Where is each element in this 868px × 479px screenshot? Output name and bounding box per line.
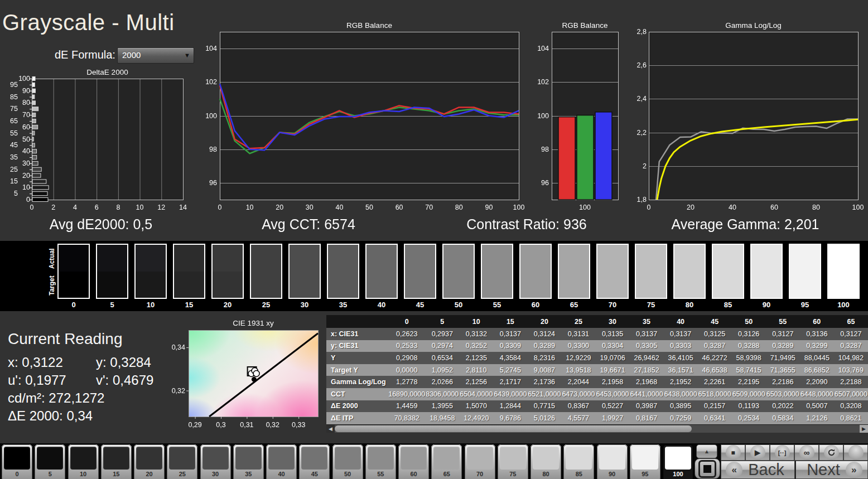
pattern-button-65[interactable]: 65 bbox=[431, 444, 462, 479]
pattern-button-10[interactable]: 10 bbox=[68, 444, 99, 479]
next-button[interactable]: Next » bbox=[795, 461, 868, 479]
refresh-button[interactable] bbox=[819, 444, 843, 461]
de-formula-dropdown[interactable]: 2000 ▼ bbox=[117, 47, 194, 64]
pattern-label: 35 bbox=[233, 471, 264, 477]
swatch-target bbox=[520, 272, 551, 298]
table-cell: 5,2745 bbox=[493, 364, 527, 376]
stop-pattern-button[interactable] bbox=[695, 458, 720, 479]
table-cell: 6503,0000 bbox=[766, 388, 800, 400]
swatch-label: 50 bbox=[441, 301, 476, 309]
pattern-button-100[interactable]: 100 bbox=[663, 444, 693, 479]
table-cell: 2,2044 bbox=[561, 376, 595, 388]
table-cell: 6439,0000 bbox=[493, 388, 527, 400]
indicator-button[interactable] bbox=[843, 444, 868, 461]
table-cell: 86,6852 bbox=[800, 364, 834, 376]
table-cell: 1,2844 bbox=[493, 400, 527, 413]
pattern-button-80[interactable]: 80 bbox=[531, 444, 561, 479]
table-cell: 6438,0000 bbox=[664, 388, 698, 400]
pattern-patch bbox=[632, 447, 658, 470]
table-cell: 0,0000 bbox=[388, 364, 425, 376]
pattern-button-50[interactable]: 50 bbox=[332, 444, 363, 479]
reading-u: u': 0,1977 bbox=[8, 372, 66, 388]
bracket-range-icon: [··] bbox=[775, 445, 790, 460]
swatch-label: 5 bbox=[95, 301, 129, 309]
table-cell: 6518,0000 bbox=[698, 388, 732, 400]
pattern-button-90[interactable]: 90 bbox=[597, 444, 628, 479]
table-cell: 2,0266 bbox=[425, 376, 459, 388]
table-cell: 2,1256 bbox=[459, 376, 493, 388]
swatch-40 bbox=[365, 244, 398, 299]
table-cell: 0,3136 bbox=[800, 328, 834, 340]
table-cell: 1,2126 bbox=[800, 412, 834, 424]
pattern-label: 90 bbox=[597, 471, 628, 477]
pattern-button-75[interactable]: 75 bbox=[498, 444, 528, 479]
pattern-button-70[interactable]: 70 bbox=[465, 444, 495, 479]
pattern-button-85[interactable]: 85 bbox=[563, 444, 594, 479]
table-col-header: 50 bbox=[732, 315, 766, 328]
pattern-button-45[interactable]: 45 bbox=[299, 444, 330, 479]
swatch-5 bbox=[96, 244, 128, 299]
swatch-label: 75 bbox=[634, 301, 668, 309]
pattern-label: 70 bbox=[465, 471, 495, 477]
swatch-target bbox=[597, 272, 628, 298]
play-button[interactable]: ▶ bbox=[745, 444, 770, 461]
swatch-target bbox=[790, 272, 820, 298]
pattern-label: 80 bbox=[531, 471, 561, 477]
table-col-header: 35 bbox=[630, 315, 664, 328]
pattern-button-0[interactable]: 0 bbox=[2, 444, 32, 479]
table-cell: 0,3125 bbox=[698, 328, 732, 340]
pattern-button-35[interactable]: 35 bbox=[233, 444, 264, 479]
table-row: CCT16890,00008306,00006504,00006439,0000… bbox=[326, 388, 868, 400]
swatch-label: 60 bbox=[518, 301, 553, 309]
table-cell: 0,3208 bbox=[834, 400, 868, 413]
range-button[interactable]: [··] bbox=[770, 444, 794, 461]
table-cell: 8,2316 bbox=[527, 352, 561, 364]
table-cell: 0,3127 bbox=[766, 328, 800, 340]
pattern-button-55[interactable]: 55 bbox=[365, 444, 396, 479]
swatch-95 bbox=[789, 244, 821, 299]
pattern-button-25[interactable]: 25 bbox=[167, 444, 197, 479]
table-row-label: ΔE ITP bbox=[326, 412, 388, 424]
scroll-up-button[interactable]: ▲ bbox=[696, 444, 717, 458]
swatch-100 bbox=[827, 244, 860, 299]
pattern-button-40[interactable]: 40 bbox=[266, 444, 297, 479]
stat-avg-de2000: Avg dE2000: 0,5 bbox=[0, 216, 202, 233]
pattern-label: 10 bbox=[68, 471, 99, 477]
table-row: Gamma Log/Log1,27782,02662,12562,17172,1… bbox=[326, 376, 868, 388]
stat-avg-cct: Avg CCT: 6574 bbox=[208, 216, 409, 233]
pattern-button-20[interactable]: 20 bbox=[134, 444, 165, 479]
swatch-50 bbox=[442, 244, 475, 299]
table-cell: 0,2974 bbox=[425, 340, 459, 352]
table-col-header: 0 bbox=[388, 315, 425, 328]
scroll-right-icon[interactable]: ▶ bbox=[860, 425, 868, 433]
table-cell: 0,3124 bbox=[527, 328, 561, 340]
swatch-target bbox=[828, 272, 859, 298]
table-cell: 2,8110 bbox=[459, 364, 493, 376]
table-cell: 19,6671 bbox=[595, 364, 629, 376]
swatch-label: 25 bbox=[249, 301, 283, 309]
pattern-button-60[interactable]: 60 bbox=[398, 444, 429, 479]
pattern-label: 95 bbox=[630, 471, 660, 477]
pattern-button-5[interactable]: 5 bbox=[35, 444, 65, 479]
table-cell: 58,9398 bbox=[732, 352, 766, 364]
swatch-actual bbox=[136, 245, 166, 272]
stat-avg-gamma: Average Gamma: 2,201 bbox=[644, 216, 846, 233]
table-scrollbar[interactable]: ◀ ▶ bbox=[326, 425, 868, 433]
current-reading-heading: Current Reading bbox=[8, 330, 122, 348]
swatch-label: 85 bbox=[711, 301, 745, 309]
table-cell: 0,3895 bbox=[664, 400, 698, 413]
next-chevron-icon: » bbox=[846, 462, 862, 478]
pattern-button-95[interactable]: 95 bbox=[630, 444, 660, 479]
swatch-label: 65 bbox=[557, 301, 591, 309]
table-col-header: 65 bbox=[834, 315, 868, 328]
pattern-button-30[interactable]: 30 bbox=[200, 444, 231, 479]
scroll-left-icon[interactable]: ◀ bbox=[326, 425, 335, 433]
scrollbar-thumb[interactable] bbox=[335, 425, 692, 432]
pattern-button-15[interactable]: 15 bbox=[101, 444, 132, 479]
table-row: Target Y0,00001,09522,81105,27459,008713… bbox=[326, 364, 868, 376]
swatch-60 bbox=[519, 244, 552, 299]
stop-button[interactable]: ■ bbox=[721, 444, 745, 461]
table-col-header: 45 bbox=[698, 315, 732, 328]
back-button[interactable]: « Back bbox=[721, 461, 795, 479]
continuous-button[interactable]: ∞ bbox=[794, 444, 819, 461]
